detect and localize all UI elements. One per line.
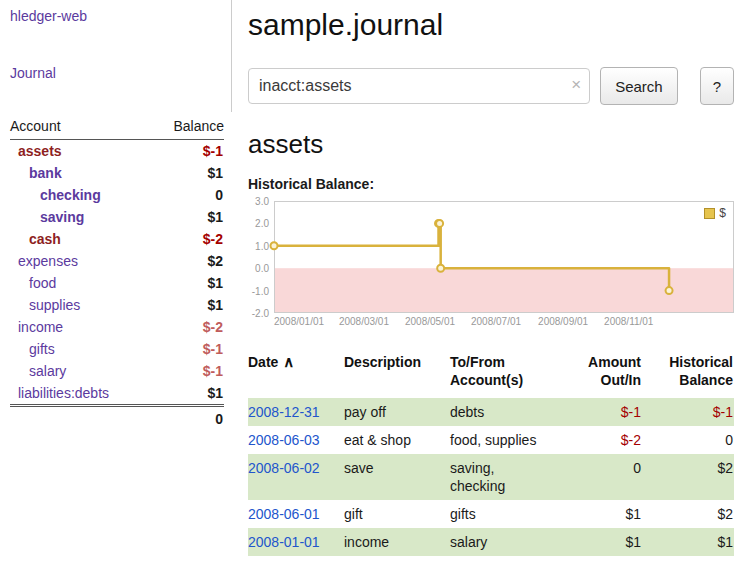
register-header-account: To/From Account(s) (450, 351, 570, 398)
account-balance: $-2 (152, 316, 224, 338)
journal-link[interactable]: Journal (10, 65, 56, 81)
accounts-body: assets$-1bank$1checking0saving$1cash$-2e… (10, 140, 224, 406)
y-tick-label: -2.0 (252, 308, 269, 319)
account-link[interactable]: cash (29, 231, 61, 247)
account-link[interactable]: checking (40, 187, 101, 203)
chart-x-axis: 2008/01/012008/03/012008/05/012008/07/01… (274, 313, 734, 329)
accounts-total-row: 0 (10, 406, 224, 431)
transaction-description: pay off (344, 398, 450, 426)
accounts-header-account: Account (10, 114, 152, 140)
register-header-date[interactable]: Date∧ (248, 351, 344, 398)
y-tick-label: -1.0 (252, 285, 269, 296)
account-balance: $-1 (152, 338, 224, 360)
accounts-panel: Account Balance assets$-1bank$1checking0… (0, 112, 232, 430)
account-link[interactable]: saving (40, 209, 84, 225)
transaction-accounts: salary (450, 528, 570, 556)
account-link[interactable]: bank (29, 165, 62, 181)
x-tick-label: 2008/09/01 (538, 316, 588, 327)
x-tick-label: 2008/01/01 (274, 316, 324, 327)
chart-legend: $ (701, 205, 729, 221)
register-table: Date∧ Description To/From Account(s) Amo… (248, 351, 734, 556)
y-tick-label: 1.0 (255, 240, 269, 251)
account-balance: $-1 (152, 360, 224, 382)
balance-chart-svg (274, 201, 734, 313)
help-button[interactable]: ? (700, 67, 734, 105)
sidebar-top: hledger-web Journal (0, 0, 232, 112)
search-button[interactable]: Search (600, 67, 678, 105)
account-balance: $2 (152, 250, 224, 272)
transaction-description: eat & shop (344, 426, 450, 454)
account-balance: $-1 (152, 140, 224, 163)
transaction-accounts: debts (450, 398, 570, 426)
register-row: 2008-01-01incomesalary$1$1 (248, 528, 734, 556)
sidebar: hledger-web Journal Account Balance asse… (0, 0, 232, 582)
account-row: liabilities:debts$1 (10, 382, 224, 406)
transaction-balance: $2 (642, 500, 734, 528)
chart-title: Historical Balance: (248, 176, 734, 192)
transaction-balance: 0 (642, 426, 734, 454)
account-link[interactable]: liabilities:debts (18, 385, 109, 401)
transaction-date-link[interactable]: 2008-06-02 (248, 460, 320, 476)
search-form: × Search ? (248, 67, 734, 105)
account-row: checking0 (10, 184, 224, 206)
transaction-description: income (344, 528, 450, 556)
account-heading: assets (248, 129, 734, 160)
transaction-amount: 0 (570, 454, 642, 500)
account-row: gifts$-1 (10, 338, 224, 360)
main-content: sample.journal × Search ? assets Histori… (248, 0, 734, 556)
account-balance: $1 (152, 272, 224, 294)
accounts-total-value: 0 (152, 406, 224, 431)
account-link[interactable]: supplies (29, 297, 80, 313)
transaction-amount: $1 (570, 528, 642, 556)
x-tick-label: 2008/11/01 (604, 316, 653, 327)
account-row: food$1 (10, 272, 224, 294)
app-brand-link[interactable]: hledger-web (10, 8, 87, 24)
register-header-amount: Amount Out/In (570, 351, 642, 398)
account-balance: $-2 (152, 228, 224, 250)
transaction-balance: $-1 (642, 398, 734, 426)
transaction-amount: $-2 (570, 426, 642, 454)
account-balance: $1 (152, 382, 224, 406)
transaction-date-link[interactable]: 2008-06-03 (248, 432, 320, 448)
transaction-accounts: saving, checking (450, 454, 570, 500)
register-row: 2008-06-01giftgifts$1$2 (248, 500, 734, 528)
account-link[interactable]: expenses (18, 253, 78, 269)
search-input[interactable] (248, 68, 590, 104)
account-link[interactable]: food (29, 275, 56, 291)
clear-search-icon[interactable]: × (571, 75, 581, 95)
account-row: cash$-2 (10, 228, 224, 250)
legend-label: $ (719, 206, 726, 220)
account-balance: $1 (152, 206, 224, 228)
transaction-date-link[interactable]: 2008-06-01 (248, 506, 320, 522)
account-row: salary$-1 (10, 360, 224, 382)
register-body: 2008-12-31pay offdebts$-1$-12008-06-03ea… (248, 398, 734, 556)
register-header-description: Description (344, 351, 450, 398)
transaction-balance: $1 (642, 528, 734, 556)
transaction-description: gift (344, 500, 450, 528)
account-link[interactable]: assets (18, 143, 62, 159)
account-link[interactable]: gifts (29, 341, 55, 357)
chart-y-axis: 3.02.01.00.0-1.0-2.0 (244, 201, 272, 313)
x-tick-label: 2008/07/01 (471, 316, 521, 327)
register-row: 2008-12-31pay offdebts$-1$-1 (248, 398, 734, 426)
transaction-amount: $1 (570, 500, 642, 528)
account-row: bank$1 (10, 162, 224, 184)
app-window: hledger-web Journal Account Balance asse… (0, 0, 742, 582)
accounts-header-row: Account Balance (10, 114, 224, 140)
legend-swatch-icon (704, 208, 715, 219)
transaction-accounts: food, supplies (450, 426, 570, 454)
y-tick-label: 0.0 (255, 263, 269, 274)
register-header-balance: Historical Balance (642, 351, 734, 398)
balance-chart: 3.02.01.00.0-1.0-2.0 $ (274, 201, 734, 313)
transaction-date-link[interactable]: 2008-01-01 (248, 534, 320, 550)
transaction-date-link[interactable]: 2008-12-31 (248, 404, 320, 420)
account-row: assets$-1 (10, 140, 224, 163)
account-link[interactable]: income (18, 319, 63, 335)
page-title: sample.journal (248, 8, 734, 42)
account-link[interactable]: salary (29, 363, 66, 379)
sort-ascending-icon: ∧ (283, 353, 294, 370)
register-row: 2008-06-02savesaving, checking0$2 (248, 454, 734, 500)
y-tick-label: 2.0 (255, 218, 269, 229)
account-balance: $1 (152, 294, 224, 316)
transaction-description: save (344, 454, 450, 500)
